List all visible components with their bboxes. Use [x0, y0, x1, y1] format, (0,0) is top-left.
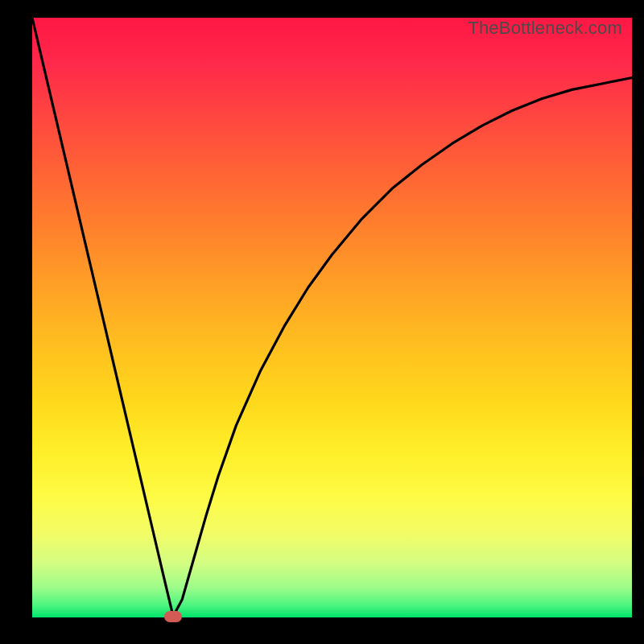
- minimum-marker: [164, 611, 182, 622]
- bottleneck-curve: [32, 18, 632, 617]
- plot-area: TheBottleneck.com: [32, 18, 632, 617]
- chart-frame: TheBottleneck.com: [0, 0, 644, 644]
